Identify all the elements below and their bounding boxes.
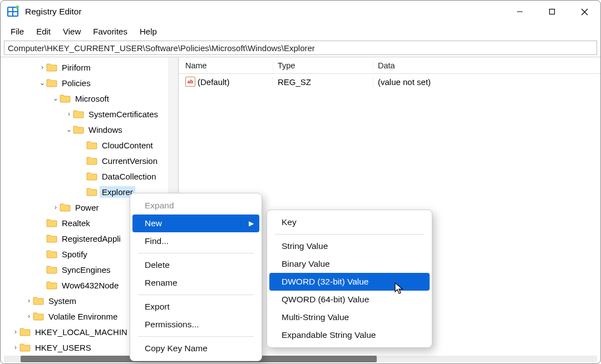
tree-item-label: Spotify xyxy=(60,248,90,260)
tree-item-label: Wow6432Node xyxy=(60,280,121,291)
tree-item-label: HKEY_LOCAL_MACHIN xyxy=(33,326,130,338)
tree-item-label: Power xyxy=(73,202,101,213)
menu-item[interactable]: String Value xyxy=(269,237,430,255)
menu-separator xyxy=(138,295,254,295)
tree-item-label: HKEY_USERS xyxy=(33,342,93,353)
tree-item-label: SystemCertificates xyxy=(86,108,160,120)
column-data[interactable]: Data xyxy=(373,61,600,70)
folder-icon xyxy=(46,78,57,87)
tree-item-label: Piriform xyxy=(60,62,93,73)
tree-item-label: System xyxy=(46,295,78,307)
menu-separator xyxy=(275,234,424,235)
value-data: (value not set) xyxy=(373,77,600,87)
tree-item[interactable]: ⌄Windows xyxy=(1,122,178,137)
chevron-right-icon[interactable]: › xyxy=(12,343,19,351)
titlebar: Registry Editor xyxy=(1,1,600,23)
tree-item-label: Microsoft xyxy=(73,93,111,104)
tree-item-label: Volatile Environme xyxy=(46,311,120,322)
tree-item-label: DataCollection xyxy=(100,171,159,182)
folder-icon xyxy=(60,94,71,103)
tree-item-label: SyncEngines xyxy=(60,264,113,276)
menu-edit[interactable]: Edit xyxy=(31,25,56,38)
menu-favorites[interactable]: Favorites xyxy=(87,25,133,38)
tree-item-label: RegisteredAppli xyxy=(60,233,123,245)
context-submenu-new[interactable]: KeyString ValueBinary ValueDWORD (32-bit… xyxy=(267,210,432,348)
menu-item[interactable]: Permissions... xyxy=(132,316,259,333)
menu-item[interactable]: Rename xyxy=(132,274,259,292)
menu-item[interactable]: Copy Key Name xyxy=(132,340,259,357)
menu-help[interactable]: Help xyxy=(134,25,162,38)
chevron-right-icon[interactable]: › xyxy=(25,297,33,305)
chevron-down-icon[interactable]: ⌄ xyxy=(38,79,46,87)
menu-item[interactable]: DWORD (32-bit) Value xyxy=(269,273,430,291)
tree-item[interactable]: ⌄Microsoft xyxy=(1,91,178,106)
value-name: (Default) xyxy=(198,77,230,87)
chevron-down-icon[interactable]: ⌄ xyxy=(65,126,73,133)
menu-separator xyxy=(138,336,254,337)
tree-item[interactable]: DataCollection xyxy=(1,168,178,184)
folder-icon xyxy=(33,312,44,321)
value-type: REG_SZ xyxy=(273,77,373,87)
folder-icon xyxy=(46,250,57,258)
chevron-right-icon[interactable]: › xyxy=(12,328,19,336)
folder-icon xyxy=(46,234,57,243)
menu-item[interactable]: New▶ xyxy=(132,215,259,232)
address-bar[interactable]: Computer\HKEY_CURRENT_USER\Software\Poli… xyxy=(4,41,597,55)
string-value-icon: ab xyxy=(185,77,195,87)
column-type[interactable]: Type xyxy=(273,61,373,70)
folder-icon xyxy=(86,187,97,196)
chevron-right-icon: ▶ xyxy=(249,220,254,227)
folder-icon xyxy=(19,343,31,352)
svg-rect-7 xyxy=(550,9,555,14)
svg-point-5 xyxy=(16,6,19,9)
tree-item-label: Realtek xyxy=(60,217,92,229)
menu-item[interactable]: Delete xyxy=(132,256,259,274)
menu-item[interactable]: Key xyxy=(269,213,430,231)
app-title: Registry Editor xyxy=(25,7,82,17)
chevron-right-icon[interactable]: › xyxy=(38,63,46,71)
menu-item[interactable]: Find... xyxy=(132,232,259,250)
folder-icon xyxy=(86,156,97,165)
svg-rect-1 xyxy=(8,8,12,11)
tree-item[interactable]: ⌄Policies xyxy=(1,75,178,91)
folder-icon xyxy=(46,218,57,227)
tree-item-label: Policies xyxy=(60,77,93,89)
tree-item-label: CloudContent xyxy=(100,139,155,151)
menu-view[interactable]: View xyxy=(57,25,86,38)
menu-item[interactable]: Binary Value xyxy=(269,255,430,273)
chevron-right-icon[interactable]: › xyxy=(65,110,73,118)
menu-item[interactable]: Expandable String Value xyxy=(269,326,430,344)
column-name[interactable]: Name xyxy=(179,61,273,70)
chevron-right-icon[interactable]: › xyxy=(25,312,33,320)
chevron-down-icon[interactable]: ⌄ xyxy=(52,94,60,102)
tree-item-label: CurrentVersion xyxy=(100,155,160,167)
menubar: File Edit View Favorites Help xyxy=(1,23,600,39)
close-button[interactable] xyxy=(568,1,600,23)
context-menu[interactable]: ExpandNew▶Find...DeleteRenameExportPermi… xyxy=(130,193,262,361)
menu-file[interactable]: File xyxy=(5,25,29,38)
folder-icon xyxy=(60,203,71,212)
folder-icon xyxy=(86,141,97,149)
menu-item[interactable]: Export xyxy=(132,298,259,316)
folder-icon xyxy=(33,296,44,305)
menu-item: Expand xyxy=(132,197,259,215)
tree-item[interactable]: CurrentVersion xyxy=(1,153,178,168)
menu-item[interactable]: Multi-String Value xyxy=(269,308,430,326)
tree-item[interactable]: ›SystemCertificates xyxy=(1,106,178,122)
folder-icon xyxy=(46,63,57,72)
tree-item[interactable]: CloudContent xyxy=(1,137,178,153)
horizontal-scrollbar[interactable] xyxy=(4,356,597,362)
folder-icon xyxy=(73,125,84,134)
menu-item[interactable]: QWORD (64-bit) Value xyxy=(269,291,430,308)
tree-item[interactable]: ›Piriform xyxy=(1,59,178,75)
folder-icon xyxy=(19,327,31,336)
folder-icon xyxy=(73,109,84,118)
chevron-right-icon[interactable]: › xyxy=(52,203,60,211)
tree-item-label: Windows xyxy=(86,124,125,136)
minimize-button[interactable] xyxy=(504,1,536,23)
maximize-button[interactable] xyxy=(536,1,568,23)
list-row[interactable]: ab (Default) REG_SZ (value not set) xyxy=(179,74,600,89)
svg-rect-4 xyxy=(13,12,17,16)
regedit-app-icon xyxy=(6,5,19,18)
folder-icon xyxy=(46,281,57,290)
